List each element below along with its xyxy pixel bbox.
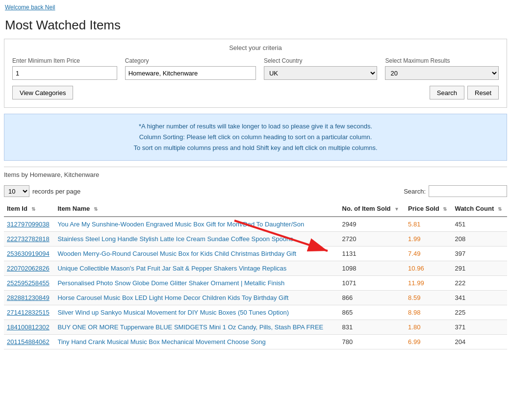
cell-item-id[interactable]: 282881230849 xyxy=(4,291,54,305)
info-line3: To sort on multiple columns press and ho… xyxy=(14,143,497,153)
records-per-page-label: records per page xyxy=(32,188,80,195)
cell-item-name[interactable]: Silver Wind up Sankyo Musical Movement f… xyxy=(54,305,339,320)
max-results-field: Select Maximum Results 10 20 50 100 xyxy=(385,57,499,80)
col-watch-count[interactable]: Watch Count ⇅ xyxy=(452,201,507,217)
info-box: *A higher number of results will take lo… xyxy=(4,114,507,161)
cell-item-name[interactable]: Stainless Steel Long Handle Stylish Latt… xyxy=(54,232,339,247)
country-select[interactable]: UK US AU DE FR xyxy=(264,66,378,80)
table-section-label: Items by Homeware, Kitchenware xyxy=(4,167,507,181)
page-title: Most Watched Items xyxy=(0,15,511,39)
min-price-label: Enter Minimum Item Price xyxy=(12,57,117,64)
cell-watch-count: 222 xyxy=(452,276,507,291)
cell-watch-count: 371 xyxy=(452,320,507,335)
cell-watch-count: 397 xyxy=(452,247,507,261)
cell-item-name[interactable]: Wooden Merry-Go-Round Carousel Music Box… xyxy=(54,247,339,261)
criteria-box: Select your criteria Enter Minimum Item … xyxy=(4,39,507,108)
cell-item-id[interactable]: 184100812302 xyxy=(4,320,54,335)
min-price-input[interactable] xyxy=(12,66,117,80)
info-line2: Column Sorting: Please left click on col… xyxy=(14,132,497,143)
cell-item-id[interactable]: 252595258455 xyxy=(4,276,54,291)
table-row: 282881230849Horse Carousel Music Box LED… xyxy=(4,291,507,305)
min-price-field: Enter Minimum Item Price xyxy=(12,57,117,80)
table-row: 312797099038You Are My Sunshine-Wooden E… xyxy=(4,217,507,232)
table-row: 184100812302BUY ONE OR MORE Tupperware B… xyxy=(4,320,507,335)
table-row: 252595258455Personalised Photo Snow Glob… xyxy=(4,276,507,291)
cell-watch-count: 204 xyxy=(452,335,507,349)
cell-num-sold: 780 xyxy=(339,335,406,349)
cell-watch-count: 225 xyxy=(452,305,507,320)
cell-item-id[interactable]: 222732782818 xyxy=(4,232,54,247)
table-header-row: Item Id ⇅ Item Name ⇅ No. of Item Sold ▼… xyxy=(4,201,507,217)
category-label: Category xyxy=(125,57,256,64)
table-row: 222732782818Stainless Steel Long Handle … xyxy=(4,232,507,247)
table-row: 201154884062Tiny Hand Crank Musical Musi… xyxy=(4,335,507,349)
cell-watch-count: 451 xyxy=(452,217,507,232)
cell-item-id[interactable]: 312797099038 xyxy=(4,217,54,232)
records-per-page-control: 10 25 50 100 records per page xyxy=(4,185,80,197)
cell-item-name[interactable]: BUY ONE OR MORE Tupperware BLUE SMIDGETS… xyxy=(54,320,339,335)
welcome-link[interactable]: Welcome back Neil xyxy=(0,0,511,15)
cell-price-sold: 11.99 xyxy=(405,276,452,291)
cell-item-name[interactable]: Tiny Hand Crank Musical Music Box Mechan… xyxy=(54,335,339,349)
cell-item-name[interactable]: Horse Carousel Music Box LED Light Home … xyxy=(54,291,339,305)
cell-num-sold: 831 xyxy=(339,320,406,335)
cell-price-sold: 8.98 xyxy=(405,305,452,320)
cell-watch-count: 208 xyxy=(452,232,507,247)
cell-price-sold: 7.49 xyxy=(405,247,452,261)
cell-price-sold: 5.81 xyxy=(405,217,452,232)
table-row: 253630919094Wooden Merry-Go-Round Carous… xyxy=(4,247,507,261)
country-label: Select Country xyxy=(264,57,378,64)
cell-item-name[interactable]: Personalised Photo Snow Globe Dome Glitt… xyxy=(54,276,339,291)
cell-watch-count: 291 xyxy=(452,261,507,276)
cell-num-sold: 865 xyxy=(339,305,406,320)
cell-watch-count: 341 xyxy=(452,291,507,305)
cell-price-sold: 6.99 xyxy=(405,335,452,349)
criteria-label: Select your criteria xyxy=(12,44,499,51)
cell-num-sold: 1098 xyxy=(339,261,406,276)
table-section: Items by Homeware, Kitchenware 10 25 50 … xyxy=(4,167,507,349)
search-button[interactable]: Search xyxy=(430,86,464,99)
cell-item-id[interactable]: 253630919094 xyxy=(4,247,54,261)
cell-price-sold: 1.80 xyxy=(405,320,452,335)
cell-num-sold: 2720 xyxy=(339,232,406,247)
results-table: Item Id ⇅ Item Name ⇅ No. of Item Sold ▼… xyxy=(4,201,507,349)
max-results-label: Select Maximum Results xyxy=(385,57,499,64)
table-search-input[interactable] xyxy=(429,185,507,197)
cell-num-sold: 2949 xyxy=(339,217,406,232)
category-input[interactable] xyxy=(125,66,256,80)
country-field: Select Country UK US AU DE FR xyxy=(264,57,378,80)
cell-item-id[interactable]: 201154884062 xyxy=(4,335,54,349)
records-per-page-select[interactable]: 10 25 50 100 xyxy=(4,185,29,197)
cell-item-id[interactable]: 271412832515 xyxy=(4,305,54,320)
table-row: 271412832515Silver Wind up Sankyo Musica… xyxy=(4,305,507,320)
reset-button[interactable]: Reset xyxy=(467,86,499,99)
col-num-sold[interactable]: No. of Item Sold ▼ xyxy=(339,201,406,217)
table-search-label: Search: xyxy=(404,188,426,195)
cell-price-sold: 8.59 xyxy=(405,291,452,305)
cell-item-id[interactable]: 220702062826 xyxy=(4,261,54,276)
cell-item-name[interactable]: You Are My Sunshine-Wooden Engraved Musi… xyxy=(54,217,339,232)
view-categories-button[interactable]: View Categories xyxy=(12,86,73,99)
table-row: 220702062826Unique Collectible Mason's P… xyxy=(4,261,507,276)
cell-item-name[interactable]: Unique Collectible Mason's Pat Fruit Jar… xyxy=(54,261,339,276)
table-search-control: Search: xyxy=(404,185,507,197)
category-field: Category xyxy=(125,57,256,80)
cell-price-sold: 1.99 xyxy=(405,232,452,247)
col-item-id[interactable]: Item Id ⇅ xyxy=(4,201,54,217)
cell-num-sold: 1071 xyxy=(339,276,406,291)
cell-num-sold: 1131 xyxy=(339,247,406,261)
max-results-select[interactable]: 10 20 50 100 xyxy=(385,66,499,80)
col-item-name[interactable]: Item Name ⇅ xyxy=(54,201,339,217)
info-line1: *A higher number of results will take lo… xyxy=(14,121,497,132)
cell-price-sold: 10.96 xyxy=(405,261,452,276)
cell-num-sold: 866 xyxy=(339,291,406,305)
col-price-sold[interactable]: Price Sold ⇅ xyxy=(405,201,452,217)
table-controls: 10 25 50 100 records per page Search: xyxy=(4,185,507,197)
